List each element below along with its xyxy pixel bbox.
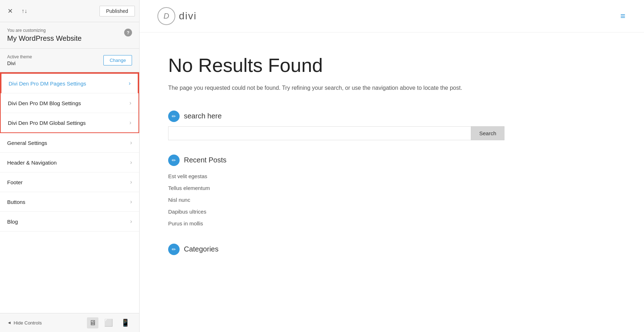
sidebar-item-header-navigation[interactable]: Header & Navigation › — [0, 153, 139, 172]
categories-header: ✏ Categories — [168, 244, 504, 255]
list-item[interactable]: Dapibus ultrices — [168, 206, 504, 218]
sidebar-item-buttons[interactable]: Buttons › — [0, 192, 139, 212]
menu-list: Divi Den Pro DM Pages Settings › Divi De… — [0, 72, 139, 313]
sidebar-item-pages-settings[interactable]: Divi Den Pro DM Pages Settings › — [1, 73, 138, 93]
hide-controls-button[interactable]: ◄ Hide Controls — [7, 320, 42, 326]
chevron-right-icon: › — [130, 100, 131, 106]
list-item[interactable]: Tellus elementum — [168, 182, 504, 194]
bottom-bar: ◄ Hide Controls 🖥 ⬜ 📱 — [0, 313, 139, 332]
site-logo: D divi — [157, 7, 197, 25]
chevron-right-icon: › — [130, 218, 132, 225]
theme-name: Divi — [7, 60, 32, 66]
blog-label: Blog — [7, 219, 18, 225]
customizing-label: You are customizing — [7, 28, 82, 33]
sort-button[interactable]: ↑↓ — [19, 5, 30, 17]
list-item[interactable]: Est velit egestas — [168, 170, 504, 182]
search-input[interactable] — [168, 126, 471, 140]
logo-text: divi — [179, 10, 197, 22]
site-preview: D divi ≡ No Results Found The page you r… — [140, 0, 644, 332]
recent-posts-header: ✏ Recent Posts — [168, 155, 504, 166]
close-button[interactable]: ✕ — [4, 5, 16, 17]
list-item[interactable]: Nisl nunc — [168, 194, 504, 206]
customizer-panel: ✕ ↑↓ Published You are customizing My Wo… — [0, 0, 140, 332]
search-row: Search — [168, 126, 504, 140]
search-section-header: ✏ search here — [168, 111, 504, 122]
device-icons-group: 🖥 ⬜ 📱 — [87, 317, 132, 328]
main-content: No Results Found The page you requested … — [140, 33, 533, 281]
hamburger-menu-icon[interactable]: ≡ — [620, 11, 626, 21]
theme-row: Active theme Divi Change — [0, 49, 139, 72]
chevron-right-icon: › — [130, 179, 132, 185]
categories-section: ✏ Categories — [168, 244, 504, 255]
footer-label: Footer — [7, 179, 23, 185]
search-section-title: search here — [184, 112, 222, 120]
list-item[interactable]: Purus in mollis — [168, 218, 504, 229]
arrow-left-icon: ◄ — [7, 320, 11, 325]
mobile-icon[interactable]: 📱 — [119, 317, 132, 328]
change-theme-button[interactable]: Change — [103, 55, 132, 65]
recent-posts-title: Recent Posts — [184, 156, 226, 164]
pages-settings-label: Divi Den Pro DM Pages Settings — [9, 80, 86, 87]
sidebar-item-blog[interactable]: Blog › — [0, 212, 139, 231]
buttons-label: Buttons — [7, 199, 25, 205]
no-results-subtitle: The page you requested could not be foun… — [168, 83, 504, 93]
chevron-right-icon: › — [130, 199, 132, 205]
global-settings-label: Divi Den Pro DM Global Settings — [8, 120, 86, 126]
highlighted-menu-group: Divi Den Pro DM Pages Settings › Divi De… — [0, 72, 139, 133]
general-settings-label: General Settings — [7, 140, 47, 146]
search-button[interactable]: Search — [471, 126, 504, 140]
site-name: My WordPress Website — [7, 34, 82, 43]
tablet-icon[interactable]: ⬜ — [102, 317, 115, 328]
categories-title: Categories — [184, 245, 219, 253]
desktop-icon[interactable]: 🖥 — [87, 317, 98, 328]
top-bar: ✕ ↑↓ Published — [0, 0, 139, 22]
chevron-right-icon: › — [130, 159, 132, 166]
categories-edit-icon: ✏ — [168, 244, 180, 255]
chevron-right-icon: › — [130, 140, 132, 146]
hide-controls-label: Hide Controls — [14, 320, 42, 326]
logo-circle: D — [157, 7, 175, 25]
sidebar-item-global-settings[interactable]: Divi Den Pro DM Global Settings › — [1, 113, 138, 132]
active-theme-label: Active theme — [7, 54, 32, 59]
recent-posts-section: ✏ Recent Posts Est velit egestas Tellus … — [168, 155, 504, 229]
chevron-right-icon: › — [129, 80, 131, 87]
no-results-title: No Results Found — [168, 54, 504, 76]
sidebar-item-blog-settings[interactable]: Divi Den Pro DM Blog Settings › — [1, 93, 138, 113]
chevron-right-icon: › — [130, 119, 131, 126]
sidebar-item-footer[interactable]: Footer › — [0, 172, 139, 192]
search-edit-icon: ✏ — [168, 111, 180, 122]
sidebar-item-general-settings[interactable]: General Settings › — [0, 133, 139, 153]
recent-posts-list: Est velit egestas Tellus elementum Nisl … — [168, 170, 504, 229]
published-button[interactable]: Published — [99, 6, 135, 16]
header-navigation-label: Header & Navigation — [7, 160, 57, 166]
site-header: D divi ≡ — [140, 0, 644, 33]
blog-settings-label: Divi Den Pro DM Blog Settings — [8, 100, 81, 106]
recent-posts-edit-icon: ✏ — [168, 155, 180, 166]
help-button[interactable]: ? — [124, 29, 132, 36]
site-info: You are customizing My WordPress Website… — [0, 22, 139, 49]
